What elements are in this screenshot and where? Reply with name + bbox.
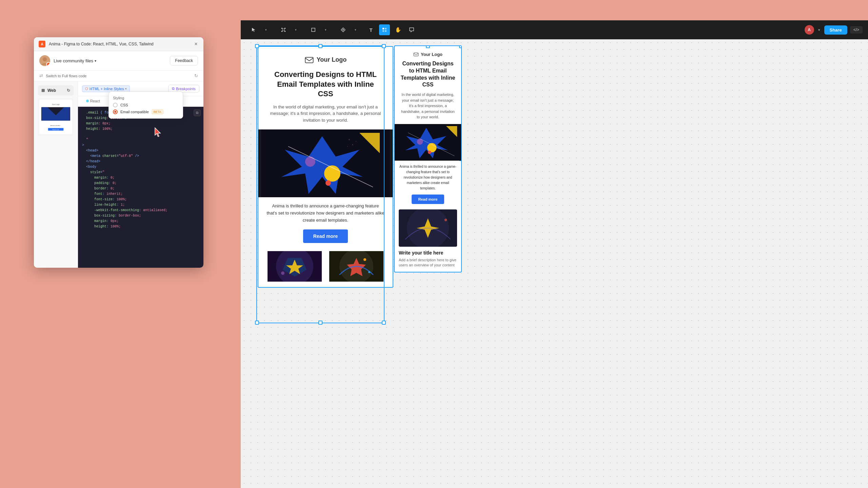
avatar-chevron[interactable]: ▾ — [818, 28, 820, 32]
svg-rect-7 — [382, 28, 384, 29]
plugin-header: Live community files ▾ Feedback — [34, 51, 203, 70]
svg-rect-9 — [382, 30, 384, 32]
move-tool-icon[interactable] — [248, 24, 259, 35]
refresh-icon[interactable]: ↻ — [194, 73, 198, 78]
svg-text:Anima is thrilled...: Anima is thrilled... — [51, 125, 61, 126]
email-two-col-section — [258, 251, 393, 287]
tool-group-frame: ▾ — [276, 23, 303, 37]
frame-tool-icon[interactable] — [278, 24, 289, 35]
autolayout-tool-icon[interactable] — [379, 24, 390, 35]
plugin-title: Anima - Figma to Code: React, HTML, Vue,… — [49, 42, 190, 46]
svg-rect-30 — [414, 53, 418, 56]
code-line-9: <meta charset="utf-8" /> — [82, 154, 199, 159]
code-line-15: border: 0; — [82, 186, 199, 191]
pen-tool-icon[interactable] — [338, 24, 349, 35]
second-logo: Your Logo — [395, 46, 461, 60]
code-line-22: height: 100%; — [82, 224, 199, 229]
preview-thumbnail: Your Logo Anima is thrilled... Read more — [38, 98, 74, 136]
code-line-18: line-height: 1; — [82, 202, 199, 208]
tool-group-select: ▾ — [246, 23, 273, 37]
svg-text:Your Logo: Your Logo — [52, 104, 60, 105]
plugin-panel: A Anima - Figma to Code: React, HTML, Vu… — [34, 37, 203, 268]
share-button[interactable]: Share — [824, 25, 847, 35]
plugin-code-area[interactable]: ⧉ .email { font-family: sans-serif; box-… — [78, 107, 203, 268]
logo-text: Your Logo — [317, 56, 347, 63]
svg-point-41 — [43, 57, 47, 61]
code-line-14: padding: 0; — [82, 181, 199, 186]
code-line-8: <head> — [82, 148, 199, 154]
radio-email[interactable]: Email compatible BETA — [113, 109, 179, 114]
community-files-button[interactable]: Live community files ▾ — [54, 58, 96, 63]
email-description: In the world of digital marketing, your … — [258, 104, 393, 130]
sidebar-item-web[interactable]: ⊞ Web ↻ — [38, 85, 74, 96]
code-line-12: style=" — [82, 170, 199, 175]
web-icon: ⊞ — [41, 88, 45, 93]
switch-label: Switch to Full flows code — [46, 74, 86, 78]
html-styles-selector[interactable]: ⬡ HTML + Inline Styles ▾ — [82, 85, 130, 92]
svg-rect-8 — [385, 28, 387, 29]
code-line-19: -webkit-font-smoothing: antialiased; — [82, 208, 199, 213]
hand-tool-icon[interactable]: ✋ — [393, 24, 403, 35]
code-line-20: box-sizing: border-box; — [82, 213, 199, 219]
figma-canvas: Your Logo Converting Designs to HTML Ema… — [241, 39, 868, 488]
second-email-title: Converting Designs to HTML Email Templat… — [395, 60, 461, 92]
svg-point-6 — [342, 29, 344, 30]
svg-point-19 — [352, 144, 353, 145]
svg-point-14 — [305, 157, 315, 167]
html-icon: ⬡ — [85, 87, 88, 90]
code-line-4: height: 100%; — [82, 126, 199, 132]
svg-point-34 — [428, 150, 431, 154]
radio-css[interactable]: CSS — [113, 103, 179, 107]
logo-icon — [304, 55, 314, 64]
svg-rect-11 — [305, 57, 313, 63]
svg-rect-10 — [385, 30, 387, 32]
pen-chevron-icon[interactable]: ▾ — [350, 24, 361, 35]
react-tab-label: React — [90, 99, 100, 103]
copy-code-button[interactable]: ⧉ — [194, 109, 201, 116]
radio-group: CSS Email compatible BETA — [113, 103, 179, 114]
second-read-more-button[interactable]: Read more — [412, 195, 445, 204]
user-avatar[interactable]: A — [805, 25, 814, 35]
email-logo-area: Your Logo — [258, 47, 393, 70]
second-bottom-card: Write your title here Add a brief descri… — [395, 209, 461, 272]
feedback-button[interactable]: Feedback — [170, 56, 198, 65]
handle-tr-second[interactable] — [459, 45, 462, 48]
handle-top-center-second[interactable] — [426, 45, 430, 48]
css-label: CSS — [120, 103, 128, 107]
breakpoints-label: Breakpoints — [176, 87, 196, 91]
svg-point-25 — [281, 271, 284, 275]
read-more-button[interactable]: Read more — [303, 229, 348, 243]
svg-rect-5 — [312, 28, 315, 32]
breakpoints-icon: ⧉ — [172, 86, 175, 91]
shape-tool-icon[interactable] — [308, 24, 319, 35]
svg-text:Read more: Read more — [53, 129, 59, 130]
email-beta-badge: BETA — [152, 109, 163, 114]
code-editor-button[interactable]: </> — [850, 26, 863, 34]
second-logo-icon — [413, 52, 419, 57]
tab-react[interactable]: React — [82, 96, 104, 106]
second-logo-text: Your Logo — [421, 52, 442, 57]
hero-art-svg — [258, 129, 393, 197]
text-tool-icon[interactable]: T — [366, 24, 376, 35]
comment-tool-icon[interactable] — [406, 24, 417, 35]
web-label: Web — [47, 88, 56, 93]
col-right-image — [328, 251, 385, 282]
tool-group-pen: ▾ — [336, 23, 363, 37]
svg-point-20 — [347, 146, 348, 147]
css-radio-button[interactable] — [113, 103, 118, 107]
plugin-close-button[interactable]: × — [193, 41, 199, 47]
code-line-11: <body — [82, 164, 199, 170]
code-line-6: " — [82, 137, 199, 143]
sidebar-refresh-icon[interactable]: ↻ — [67, 88, 70, 93]
code-line-17: font-size: 100%; — [82, 197, 199, 202]
code-line-21: margin: 0px; — [82, 219, 199, 224]
svg-point-32 — [427, 143, 436, 152]
shape-chevron-icon[interactable]: ▾ — [320, 24, 331, 35]
email-radio-button[interactable] — [113, 109, 118, 114]
plugin-user-avatar — [39, 55, 50, 66]
frame-chevron-icon[interactable]: ▾ — [290, 24, 301, 35]
col-left — [266, 251, 323, 282]
svg-point-39 — [445, 219, 447, 221]
svg-point-28 — [363, 258, 366, 261]
chevron-select-icon[interactable]: ▾ — [260, 24, 271, 35]
